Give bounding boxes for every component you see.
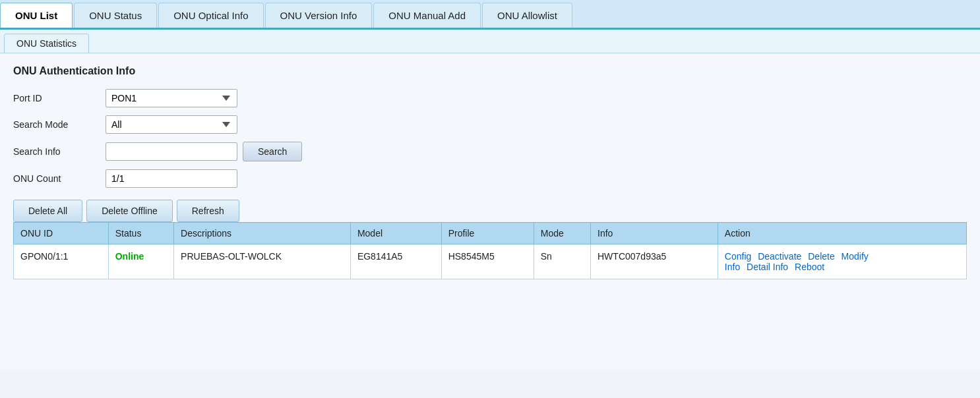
cell-profile: HS8545M5 bbox=[441, 244, 534, 279]
col-action: Action bbox=[718, 223, 966, 244]
search-mode-select[interactable]: All ONU ID Mac SN bbox=[106, 115, 237, 134]
tab-onu-status[interactable]: ONU Status bbox=[74, 3, 157, 28]
refresh-button[interactable]: Refresh bbox=[177, 200, 239, 222]
search-info-label: Search Info bbox=[13, 146, 106, 157]
search-mode-select-wrapper: All ONU ID Mac SN bbox=[106, 115, 303, 134]
search-info-row: Search bbox=[106, 142, 303, 161]
tab-onu-optical-info[interactable]: ONU Optical Info bbox=[158, 3, 263, 28]
action-modify-link[interactable]: Modify bbox=[842, 251, 869, 262]
port-id-label: Port ID bbox=[13, 93, 106, 103]
col-profile: Profile bbox=[441, 223, 534, 244]
action-detail-info-link[interactable]: Detail Info bbox=[747, 262, 788, 272]
top-tab-bar: ONU List ONU Status ONU Optical Info ONU… bbox=[0, 0, 980, 30]
search-button[interactable]: Search bbox=[243, 142, 302, 161]
col-descriptions: Descriptions bbox=[174, 223, 351, 244]
port-id-select-wrapper: PON1 PON2 PON3 PON4 bbox=[106, 89, 303, 107]
onu-count-input bbox=[106, 169, 237, 188]
delete-all-button[interactable]: Delete All bbox=[13, 200, 82, 222]
col-mode: Mode bbox=[534, 223, 590, 244]
cell-status: Online bbox=[108, 244, 173, 279]
cell-descriptions: PRUEBAS-OLT-WOLCK bbox=[174, 244, 351, 279]
action-deactivate-link[interactable]: Deactivate bbox=[758, 251, 801, 262]
table-header-row: ONU ID Status Descriptions Model Profile… bbox=[14, 223, 967, 244]
col-info: Info bbox=[591, 223, 718, 244]
tab-onu-allowlist[interactable]: ONU Allowlist bbox=[482, 3, 572, 28]
main-content: ONU Authentication Info Port ID PON1 PON… bbox=[0, 53, 980, 370]
tab-onu-statistics[interactable]: ONU Statistics bbox=[4, 34, 89, 53]
status-online-badge: Online bbox=[115, 251, 144, 262]
col-model: Model bbox=[350, 223, 441, 244]
cell-model: EG8141A5 bbox=[350, 244, 441, 279]
port-id-select[interactable]: PON1 PON2 PON3 PON4 bbox=[106, 89, 237, 107]
action-delete-link[interactable]: Delete bbox=[808, 251, 834, 262]
cell-mode: Sn bbox=[534, 244, 590, 279]
delete-offline-button[interactable]: Delete Offline bbox=[86, 200, 173, 222]
onu-count-label: ONU Count bbox=[13, 173, 106, 184]
table-row: GPON0/1:1 Online PRUEBAS-OLT-WOLCK EG814… bbox=[14, 244, 967, 279]
col-status: Status bbox=[108, 223, 173, 244]
cell-onu-id: GPON0/1:1 bbox=[14, 244, 109, 279]
action-reboot-link[interactable]: Reboot bbox=[795, 262, 824, 272]
tab-onu-manual-add[interactable]: ONU Manual Add bbox=[373, 3, 481, 28]
search-info-input[interactable] bbox=[106, 142, 237, 161]
action-buttons-row: Delete All Delete Offline Refresh bbox=[13, 200, 967, 222]
sub-tab-bar: ONU Statistics bbox=[0, 30, 980, 53]
action-config-link[interactable]: Config bbox=[725, 251, 751, 262]
onu-table: ONU ID Status Descriptions Model Profile… bbox=[13, 222, 967, 279]
search-mode-label: Search Mode bbox=[13, 119, 106, 130]
cell-action: Config Deactivate Delete Modify Info Det… bbox=[718, 244, 966, 279]
auth-form: Port ID PON1 PON2 PON3 PON4 Search Mode … bbox=[13, 89, 967, 188]
tab-onu-list[interactable]: ONU List bbox=[0, 3, 73, 28]
col-onu-id: ONU ID bbox=[14, 223, 109, 244]
tab-onu-version-info[interactable]: ONU Version Info bbox=[265, 3, 373, 28]
action-info-link[interactable]: Info bbox=[725, 262, 740, 272]
cell-info: HWTC007d93a5 bbox=[591, 244, 718, 279]
section-title: ONU Authentication Info bbox=[13, 65, 967, 77]
